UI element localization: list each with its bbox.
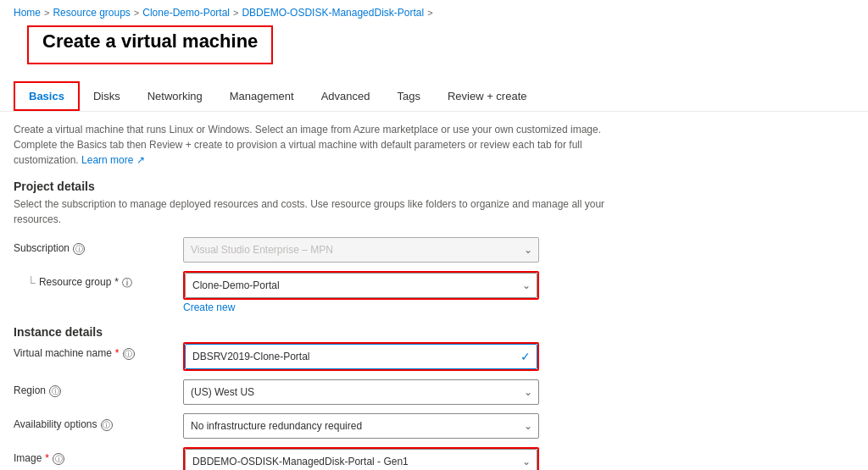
region-info-icon[interactable]: ⓘ [49, 385, 61, 397]
page-title: Create a virtual machine [27, 25, 273, 64]
tab-basics[interactable]: Basics [14, 81, 80, 111]
content-area: Create a virtual machine that runs Linux… [0, 112, 868, 470]
page-description: Create a virtual machine that runs Linux… [14, 122, 607, 168]
tab-advanced[interactable]: Advanced [308, 83, 384, 109]
tabs-container: Basics Disks Networking Management Advan… [0, 81, 868, 112]
breadcrumb-sep-4: > [427, 8, 432, 18]
breadcrumb-clone-demo[interactable]: Clone-Demo-Portal [142, 7, 230, 19]
vm-name-input-container[interactable]: ✓ [185, 344, 537, 369]
vm-name-highlighted: ✓ [183, 342, 539, 371]
breadcrumb-sep-3: > [233, 8, 238, 18]
vm-name-input[interactable] [185, 344, 537, 369]
resource-group-highlighted: Clone-Demo-Portal ⌄ [183, 271, 539, 300]
region-dropdown-container[interactable]: (US) West US ⌄ [183, 379, 539, 405]
availability-control: No infrastructure redundancy required ⌄ [183, 413, 539, 439]
breadcrumb-dbdemo[interactable]: DBDEMO-OSDISK-ManagedDisk-Portal [242, 7, 424, 19]
image-highlighted: DBDEMO-OSDISK-ManagedDisk-Portal - Gen1 … [183, 447, 539, 470]
vm-name-info-icon[interactable]: ⓘ [123, 348, 135, 360]
subscription-info-icon[interactable]: ⓘ [73, 243, 85, 255]
region-row: Region ⓘ (US) West US ⌄ [14, 379, 854, 405]
region-control: (US) West US ⌄ [183, 379, 539, 405]
resource-group-label: └ Resource group * ⓘ [14, 271, 183, 290]
region-label: Region ⓘ [14, 379, 183, 397]
resource-group-control: Clone-Demo-Portal ⌄ Create new [183, 271, 539, 313]
resource-group-select[interactable]: Clone-Demo-Portal [185, 273, 537, 298]
breadcrumb-sep-1: > [44, 8, 49, 18]
resource-group-row: └ Resource group * ⓘ Clone-Demo-Portal ⌄… [14, 271, 854, 313]
subscription-label: Subscription ⓘ [14, 237, 183, 255]
breadcrumb: Home > Resource groups > Clone-Demo-Port… [0, 0, 868, 25]
resource-group-dropdown-container[interactable]: Clone-Demo-Portal ⌄ [185, 273, 537, 298]
image-dropdown-container[interactable]: DBDEMO-OSDISK-ManagedDisk-Portal - Gen1 … [185, 449, 537, 470]
vm-name-required-star: * [115, 347, 120, 359]
vm-name-control: ✓ [183, 342, 539, 371]
project-details-title: Project details [14, 180, 854, 193]
subscription-control: Visual Studio Enterprise – MPN ⌄ [183, 237, 539, 263]
subscription-dropdown-container[interactable]: Visual Studio Enterprise – MPN ⌄ [183, 237, 539, 263]
image-row: Image * ⓘ DBDEMO-OSDISK-ManagedDisk-Port… [14, 447, 854, 470]
tree-line-icon: └ [27, 276, 36, 290]
image-control: DBDEMO-OSDISK-ManagedDisk-Portal - Gen1 … [183, 447, 539, 470]
vm-name-row: Virtual machine name * ⓘ ✓ [14, 342, 854, 371]
project-details-description: Select the subscription to manage deploy… [14, 196, 607, 227]
subscription-select[interactable]: Visual Studio Enterprise – MPN [183, 237, 539, 263]
image-select[interactable]: DBDEMO-OSDISK-ManagedDisk-Portal - Gen1 [185, 449, 537, 470]
availability-select[interactable]: No infrastructure redundancy required [183, 413, 539, 439]
region-select[interactable]: (US) West US [183, 379, 539, 405]
availability-dropdown-container[interactable]: No infrastructure redundancy required ⌄ [183, 413, 539, 439]
resource-group-required-star: * [114, 276, 119, 288]
breadcrumb-resource-groups[interactable]: Resource groups [53, 7, 130, 19]
image-required-star: * [45, 452, 49, 464]
image-label: Image * ⓘ [14, 447, 183, 465]
breadcrumb-sep-2: > [134, 8, 139, 18]
resource-group-info-icon[interactable]: ⓘ [122, 276, 132, 290]
instance-details-title: Instance details [14, 325, 854, 339]
availability-row: Availability options ⓘ No infrastructure… [14, 413, 854, 439]
tab-management[interactable]: Management [216, 83, 308, 109]
availability-info-icon[interactable]: ⓘ [101, 419, 113, 431]
subscription-row: Subscription ⓘ Visual Studio Enterprise … [14, 237, 854, 263]
tab-networking[interactable]: Networking [134, 83, 216, 109]
image-info-icon[interactable]: ⓘ [53, 453, 64, 465]
tab-tags[interactable]: Tags [383, 83, 433, 109]
breadcrumb-home[interactable]: Home [14, 7, 41, 19]
learn-more-link[interactable]: Learn more ↗ [81, 154, 145, 166]
tab-review[interactable]: Review + create [434, 83, 541, 109]
create-new-link[interactable]: Create new [183, 301, 539, 313]
tab-disks[interactable]: Disks [80, 83, 134, 109]
vm-name-label: Virtual machine name * ⓘ [14, 342, 183, 360]
availability-label: Availability options ⓘ [14, 413, 183, 431]
